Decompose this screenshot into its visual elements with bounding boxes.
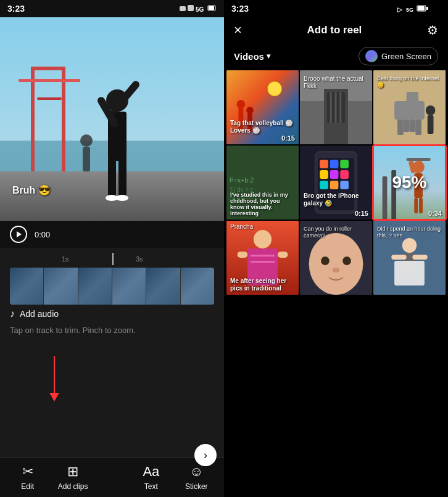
svg-rect-43 [397,120,404,135]
svg-rect-82 [278,252,288,258]
svg-rect-93 [412,255,427,260]
thumb-1-text: Tag that volleyball 🏐 Lovers 🏐 [230,120,295,134]
add-audio-label: Add audio [20,309,59,319]
svg-rect-0 [180,6,186,11]
green-screen-button[interactable]: Green Screen [359,47,438,65]
svg-point-32 [246,107,254,114]
edit-tool[interactable]: ✂ Edit [9,464,46,491]
bruh-label: Bruh 😎 [12,184,51,196]
right-time: 3:23 [231,4,249,14]
ruler-1s: 1s [62,255,69,263]
timeline-ruler: 1s 3s [0,253,224,265]
svg-rect-4 [209,6,214,10]
video-thumb-2[interactable]: Brooo what the actual Fkkk [300,70,372,144]
green-screen-label: Green Screen [381,52,431,61]
right-status-icons: ▷ 5G [397,4,441,14]
track-frame [78,268,112,305]
svg-text:▷: ▷ [397,6,403,13]
timeline-track[interactable] [10,268,214,305]
svg-rect-59 [340,160,349,168]
thumb-6-duration: 0:34 [428,210,442,217]
video-thumb-1[interactable]: Tag that volleyball 🏐 Lovers 🏐 0:15 [226,70,299,144]
track-frame [44,268,77,305]
filter-row: Videos ▾ Green Screen [224,44,448,70]
video-preview: Bruh 😎 [0,17,224,221]
svg-rect-91 [394,261,425,285]
video-thumb-5[interactable]: Bro got the iPhone galaxy 🤣 0:15 [300,146,372,220]
timeline-area: 1s 3s ♪ Add audio Tap on track to trim. … [0,248,224,457]
svg-text:f²=x+b·2: f²=x+b·2 [230,176,254,184]
sticker-label: Sticker [185,482,208,491]
svg-point-87 [333,268,340,273]
thumb-1-duration: 0:15 [281,134,295,142]
edit-label: Edit [21,482,34,491]
svg-rect-65 [340,181,349,189]
svg-rect-92 [391,255,406,260]
hint-text: Tap on track to trim. Pinch to zoom. [0,323,224,337]
svg-point-30 [237,100,246,109]
right-status-icons-svg: ▷ 5G [397,4,441,14]
thumb-6-big-text: 95% [392,173,426,192]
svg-rect-81 [238,252,248,258]
left-time: 3:23 [7,4,25,14]
thumb-9-text: Did I spend an hour doing this..? Yes [377,226,442,239]
thumb-8-text: Can you do in roller camera? [304,226,368,239]
svg-rect-1 [188,5,194,11]
svg-point-85 [321,257,330,265]
music-icon: ♪ [10,308,15,319]
svg-rect-75 [419,198,423,213]
arrow-indicator [49,356,59,401]
video-thumb-9[interactable]: Did I spend an hour doing this..? Yes [373,221,446,295]
play-button[interactable] [10,226,27,243]
track-frame [112,268,146,305]
sticker-tool[interactable]: ☺ Sticker [178,464,215,491]
svg-point-33 [267,81,281,96]
add-to-reel-title: Add to reel [307,24,362,36]
video-thumb-8[interactable]: Can you do in roller camera? [300,221,372,295]
right-status-bar: 3:23 ▷ 5G [224,0,448,17]
left-status-bar: 3:23 5G [0,0,224,17]
add-clips-tool[interactable]: ⊞ Add clips [54,464,91,491]
track-frame [146,268,180,305]
svg-point-20 [116,195,128,201]
svg-rect-47 [407,92,419,104]
svg-point-86 [342,257,351,265]
svg-rect-80 [251,261,275,263]
text-label: Text [144,482,158,491]
video-thumb-7[interactable]: Prancha Me after seeing her pics in trad… [226,221,299,295]
svg-rect-22 [83,147,90,171]
svg-rect-44 [415,120,421,135]
video-thumb-6[interactable]: 95% 0:34 [373,146,446,220]
svg-rect-67 [383,176,388,220]
svg-point-48 [426,105,436,115]
videos-filter-button[interactable]: Videos ▾ [234,51,270,62]
video-thumb-4[interactable]: f²=x+b·2 ∑∫ dx = c r=√(a²+b²) I've studi… [226,146,299,220]
svg-rect-18 [118,159,127,196]
svg-point-21 [80,134,93,147]
right-header: × Add to reel ⚙ [224,17,448,44]
svg-rect-61 [330,170,339,179]
sticker-icon: ☺ [189,464,203,480]
svg-rect-17 [108,159,116,196]
svg-rect-62 [340,170,349,179]
status-icons-svg: 5G [180,4,217,14]
svg-point-77 [254,230,272,248]
thumb-3-text: Best thing on the Internet 😊 [377,75,442,89]
next-button[interactable]: › [194,444,217,466]
video-thumb-3[interactable]: Best thing on the Internet 😊 [373,70,446,144]
svg-rect-74 [414,198,418,213]
thumb-5-duration: 0:15 [355,210,368,217]
svg-rect-8 [31,67,35,171]
track-frame [181,268,214,305]
add-audio-button[interactable]: ♪ Add audio [10,308,214,319]
settings-button[interactable]: ⚙ [427,23,438,38]
svg-text:5G: 5G [196,6,204,13]
close-button[interactable]: × [234,22,242,38]
thumb-7-text: Me after seeing her pics in traditional [230,277,295,292]
svg-rect-64 [330,181,339,189]
svg-text:5G: 5G [406,7,413,13]
svg-rect-39 [335,92,337,123]
chevron-down-icon: ▾ [267,52,270,60]
svg-point-89 [402,238,417,253]
text-tool[interactable]: Aa Text [133,464,170,491]
